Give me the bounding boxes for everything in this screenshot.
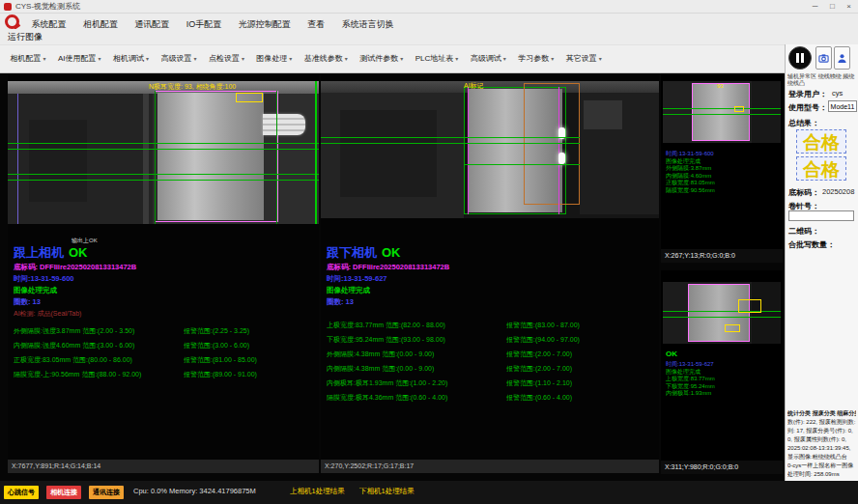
lower-barcode: 底标码: DFFIiire2025020813313472B: [327, 263, 449, 272]
lower-measurements: 上极宽度:83.77mm 范围:(82.00 - 88.00)报警范围:(83.…: [327, 321, 580, 407]
thumb2-result-status: OK: [666, 350, 677, 358]
heartbeat-status-badge: 心跳信号: [4, 486, 39, 499]
panel-barcode-label: 底标码：: [788, 187, 819, 198]
upper-measurements: 外侧隔膜:强度3.87mm 范围:(2.00 - 3.50)报警范围:(2.25…: [14, 326, 257, 384]
batch-count-label: 合批写数量：: [788, 239, 835, 250]
needle-number-input[interactable]: [788, 210, 854, 221]
tab-advanced-debug[interactable]: 高级调试▾: [471, 45, 506, 72]
upper-camera-image[interactable]: N极耳宽度: 93, 相绕角度:100: [8, 81, 319, 224]
qr-code-label: 二维码：: [788, 226, 819, 237]
tab-image-process[interactable]: 图像处理▾: [256, 45, 292, 72]
thumb-image-2[interactable]: [663, 282, 781, 344]
upper-time: 时间:13-31-59-600: [14, 274, 74, 284]
chevron-down-icon: ▾: [98, 56, 100, 62]
info-panel: 辅机异常区 绕线独绕 频绕绕线凸 登录用户： cys 使用型号： Mode11 …: [785, 44, 858, 481]
result-chip-2: 合格: [796, 156, 846, 181]
camera-icon: [818, 53, 829, 64]
menubar: 系统配置 相机配置 通讯配置 IO手配置 光源控制配置 查看 系统语言切换: [0, 14, 858, 29]
total-result-display: 合格 合格: [796, 129, 846, 183]
model-label: 使用型号：: [788, 102, 827, 113]
user-icon: [837, 53, 847, 64]
chevron-down-icon: ▾: [146, 56, 149, 62]
tab-learning-params[interactable]: 学习参数▾: [518, 45, 554, 72]
camera-connection-badge: 相机连接: [46, 486, 81, 499]
app-window: CYS-视觉检测系统 ─ □ × 系统配置 相机配置 通讯配置 IO手配置 光源…: [0, 0, 858, 504]
lower-count: 圈数: 13: [327, 297, 354, 307]
cpu-memory-status: Cpu: 0.0% Memory: 3424.41796875M: [133, 487, 256, 495]
brand-logo-icon: [5, 14, 19, 29]
total-result-label: 总结果：: [788, 118, 819, 128]
tab-spot-check[interactable]: 点检设置▾: [209, 45, 244, 72]
tab-advanced-settings[interactable]: 高级设置▾: [160, 45, 196, 72]
user-tool-button[interactable]: [834, 46, 850, 70]
run-image-label: 运行图像: [8, 29, 43, 44]
app-icon: [4, 3, 12, 11]
comm-connection-badge: 通讯连接: [89, 486, 124, 499]
lower-result-line: 跟下相机OK: [327, 243, 401, 262]
lower-time: 时间:13-31-59-627: [327, 274, 387, 284]
thumb-image-1[interactable]: 93: [663, 81, 781, 143]
lower-result-status: OK: [382, 245, 401, 260]
pause-button[interactable]: [788, 46, 812, 70]
chevron-down-icon: ▾: [242, 56, 244, 62]
roi-rect-yellow: [236, 93, 263, 102]
roi-rect-orange: [524, 83, 580, 205]
statistics-header: 统计分类 报废分类 细麻分类: [787, 409, 856, 418]
chevron-down-icon: ▾: [289, 56, 292, 62]
statistics-block: 统计分类 报废分类 细麻分类 数(件): 222, 报废检测则数: 则: 17,…: [787, 409, 856, 479]
connector-part: [263, 114, 305, 135]
thumb1-tag: 93: [717, 83, 724, 89]
lower-pixel-coords: X:270,Y:2502;R:17;G:17;B:17: [321, 460, 659, 473]
panel-note: 辅机异常区 绕线独绕 频绕绕线凸: [787, 73, 856, 87]
tab-ai-config[interactable]: AI使用配置▾: [58, 45, 101, 72]
bright-spot: [558, 153, 565, 164]
statusbar: 心跳信号 相机连接 通讯连接 Cpu: 0.0% Memory: 3424.41…: [0, 481, 858, 504]
upper-result-line: 跟上相机OK: [14, 243, 88, 262]
panel-barcode-value: 20250208: [822, 187, 854, 196]
tab-baseline-params[interactable]: 基准线参数▾: [304, 45, 348, 72]
chevron-down-icon: ▾: [193, 56, 196, 62]
upper-count: 圈数: 13: [14, 297, 41, 307]
upper-process-status: 图像处理完成: [14, 286, 57, 295]
model-value-box: Mode11: [828, 100, 857, 112]
tab-other-settings[interactable]: 其它设置▾: [566, 45, 602, 72]
upper-ai-label: AI检测: 成品(Seal/Tab): [14, 309, 81, 319]
chevron-down-icon: ▾: [503, 56, 506, 62]
upper-camera-view: N极耳宽度: 93, 相绕角度:100 跟上相机OK 输出上OK 底标码: DF…: [8, 73, 319, 473]
thumb1-results: 时间:13-31-59-600 图像处理完成 外侧隔膜:3.87mm 内侧隔膜:…: [666, 151, 715, 194]
result-chip-1: 合格: [796, 129, 846, 154]
chevron-down-icon: ▾: [551, 56, 554, 62]
tab-plc-address[interactable]: PLC地址表▾: [415, 45, 459, 72]
toolbar: 相机配置▾ AI使用配置▾ 相机调试▾ 高级设置▾ 点检设置▾ 图像处理▾ 基准…: [0, 44, 858, 73]
lower-result-name: 跟下相机: [327, 245, 377, 260]
tab-camera-debug[interactable]: 相机调试▾: [113, 45, 149, 72]
minimize-button[interactable]: ─: [807, 0, 823, 14]
tab-test-params[interactable]: 测试件参数▾: [359, 45, 403, 72]
lower-camera-result-status: 下相机1处理结果: [359, 487, 415, 496]
thumb1-pixel-coords: X:267;Y:13;R:0;G:0;B:0: [661, 249, 783, 263]
upper-barcode: 底标码: DFFIiire2025020813313472B: [14, 263, 136, 272]
camera-tool-button[interactable]: [815, 46, 832, 70]
titlebar: CYS-视觉检测系统 ─ □ ×: [0, 0, 858, 14]
window-title: CYS-视觉检测系统: [15, 0, 80, 14]
chevron-down-icon: ▾: [43, 56, 45, 62]
run-row: 运行图像: [0, 29, 858, 44]
tab-camera-config[interactable]: 相机配置▾: [10, 45, 45, 72]
login-user-value: cys: [832, 89, 843, 98]
chevron-down-icon: ▾: [400, 56, 403, 62]
thumb-view-1: 93 时间:13-31-59-600 图像处理完成 外侧隔膜:3.87mm 内侧…: [661, 73, 783, 263]
lower-process-status: 图像处理完成: [327, 286, 370, 295]
upper-overlay-note: N极耳宽度: 93, 相绕角度:100: [149, 82, 236, 92]
thumb2-results: 时间:13-31-59-627 图像处理完成 上极宽度:83.77mm 下极宽度…: [666, 361, 715, 398]
chevron-down-icon: ▾: [455, 56, 458, 62]
thumb2-pixel-coords: X:311;Y:980;R:0;G:0;B:0: [661, 461, 783, 474]
maximize-button[interactable]: □: [824, 0, 841, 14]
upper-result-sub: 输出上OK: [72, 237, 98, 245]
upper-pixel-coords: X:7677,Y:891;R:14;G:14;B:14: [8, 460, 319, 473]
thumb-view-2: OK 时间:13-31-59-627 图像处理完成 上极宽度:83.77mm 下…: [661, 270, 783, 474]
upper-result-status: OK: [69, 245, 88, 260]
chevron-down-icon: ▾: [345, 56, 348, 62]
lower-camera-image[interactable]: AI标记: [321, 81, 659, 218]
chevron-down-icon: ▾: [599, 56, 602, 62]
close-button[interactable]: ×: [841, 0, 857, 14]
